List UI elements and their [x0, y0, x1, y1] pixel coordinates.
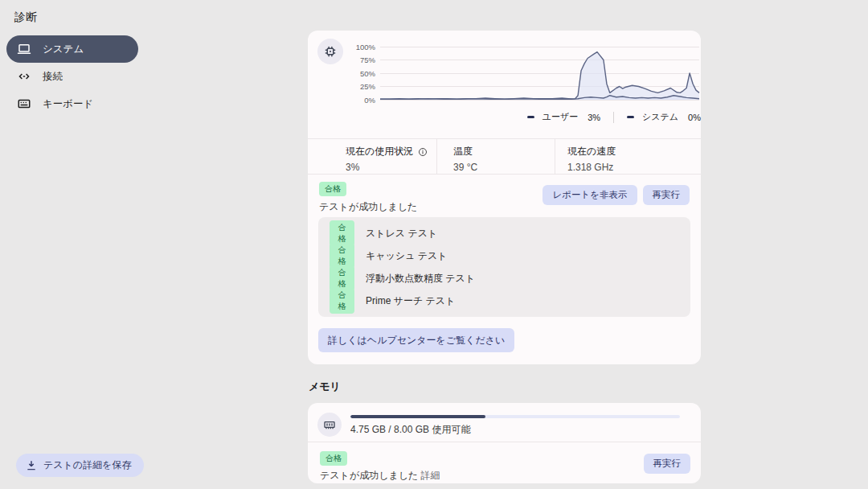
- status-badge: 合格: [320, 451, 347, 466]
- memory-section-title: メモリ: [309, 380, 701, 394]
- memory-usage-row: 4.75 GB / 8.00 GB 使用可能: [308, 403, 701, 442]
- memory-usage-bar: [350, 415, 680, 418]
- stat-temperature: 温度 39 °C: [436, 139, 555, 174]
- save-test-details-button[interactable]: テストの詳細を保存: [16, 454, 144, 477]
- hide-report-button[interactable]: レポートを非表示: [542, 185, 637, 205]
- cpu-usage-chart: 100%75%50%25%0%: [353, 39, 704, 106]
- test-name: 浮動小数点数精度 テスト: [366, 272, 475, 286]
- cpu-stats-row: 現在の使用状況 3% 温度 39 °C 現在の速度 1.318 GHz: [308, 138, 701, 174]
- legend-system-marker: [627, 116, 634, 118]
- stat-label: 現在の速度: [567, 145, 616, 158]
- ethernet-icon: [17, 69, 31, 84]
- memory-usage-label: 4.75 GB / 8.00 GB 使用可能: [350, 423, 680, 437]
- page-title: 診断: [14, 10, 37, 25]
- test-row-stress: 合格 ストレス テスト: [318, 222, 690, 244]
- stat-label: 現在の使用状況: [346, 145, 413, 158]
- info-icon[interactable]: [418, 147, 428, 157]
- test-name: ストレス テスト: [366, 227, 437, 240]
- stat-value: 3%: [346, 162, 436, 173]
- cpu-card: 100%75%50%25%0% ユーザー 3% システム 0% 現在の使用状況: [308, 31, 701, 364]
- help-center-button[interactable]: 詳しくはヘルプセンターをご覧ください: [318, 328, 514, 352]
- cpu-chart-section: 100%75%50%25%0% ユーザー 3% システム 0%: [308, 31, 701, 138]
- cpu-test-list: 合格 ストレス テスト 合格 キャッシュ テスト 合格 浮動小数点数精度 テスト…: [318, 217, 690, 317]
- result-message: テストが成功しました: [320, 470, 418, 481]
- memory-test-result-row: 合格 テストが成功しました 詳細 再実行: [308, 442, 701, 483]
- cpu-usage-chart-wrap: 100%75%50%25%0% ユーザー 3% システム 0%: [353, 39, 704, 138]
- legend-divider: [613, 112, 614, 123]
- test-name: Prime サーチ テスト: [366, 294, 455, 308]
- laptop-icon: [17, 42, 31, 56]
- svg-text:25%: 25%: [360, 82, 376, 91]
- sidebar-item-system[interactable]: システム: [6, 35, 138, 63]
- sidebar-item-connectivity[interactable]: 接続: [6, 63, 138, 90]
- svg-text:0%: 0%: [364, 96, 375, 105]
- test-row-cache: 合格 キャッシュ テスト: [318, 244, 690, 267]
- stat-value: 1.318 GHz: [567, 162, 701, 173]
- stat-current-speed: 現在の速度 1.318 GHz: [555, 139, 701, 174]
- keyboard-icon: [17, 97, 31, 111]
- stat-current-usage: 現在の使用状況 3%: [308, 139, 436, 174]
- sidebar-item-label: 接続: [43, 70, 63, 84]
- test-row-prime-search: 合格 Prime サーチ テスト: [318, 290, 690, 312]
- stat-value: 39 °C: [453, 162, 555, 173]
- legend-system-value: 0%: [688, 113, 701, 122]
- sidebar-item-label: キーボード: [43, 97, 93, 111]
- download-icon: [26, 460, 37, 471]
- sidebar-nav: システム 接続 キーボード: [6, 35, 138, 117]
- save-button-label: テストの詳細を保存: [43, 458, 131, 472]
- memory-usage-fill: [350, 415, 485, 418]
- test-name: キャッシュ テスト: [366, 249, 448, 263]
- svg-text:50%: 50%: [360, 69, 376, 78]
- stat-label: 温度: [453, 145, 473, 158]
- memory-rerun-button[interactable]: 再実行: [644, 454, 691, 474]
- legend-user-marker: [527, 116, 534, 118]
- legend-user-value: 3%: [588, 113, 600, 122]
- status-badge: 合格: [319, 182, 346, 196]
- memory-icon: [317, 413, 342, 437]
- details-link[interactable]: 詳細: [421, 470, 440, 481]
- rerun-button[interactable]: 再実行: [643, 185, 690, 205]
- sidebar-item-keyboard[interactable]: キーボード: [6, 90, 138, 117]
- cpu-icon: [317, 39, 343, 64]
- legend-system-label: システム: [642, 111, 678, 123]
- svg-text:75%: 75%: [360, 55, 376, 64]
- memory-card: 4.75 GB / 8.00 GB 使用可能 合格 テストが成功しました 詳細 …: [308, 403, 701, 483]
- main-content: 100%75%50%25%0% ユーザー 3% システム 0% 現在の使用状況: [308, 31, 701, 483]
- test-row-floating-point: 合格 浮動小数点数精度 テスト: [318, 267, 690, 290]
- svg-text:100%: 100%: [356, 43, 376, 51]
- chart-legend: ユーザー 3% システム 0%: [353, 111, 704, 123]
- legend-user-label: ユーザー: [542, 111, 579, 123]
- status-badge: 合格: [330, 288, 354, 314]
- result-message: テストが成功しました: [319, 200, 417, 214]
- cpu-test-result-row: 合格 テストが成功しました レポートを非表示 再実行: [308, 174, 701, 217]
- sidebar-item-label: システム: [43, 43, 84, 56]
